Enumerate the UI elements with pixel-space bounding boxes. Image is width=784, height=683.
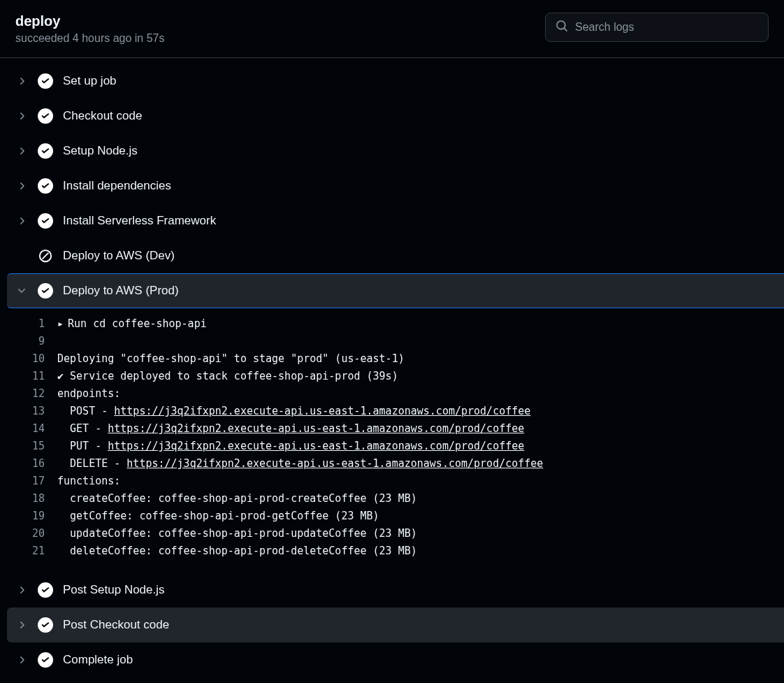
chevron-right-icon[interactable] (15, 215, 28, 227)
log-line-text: deleteCoffee: coffee-shop-api-prod-delet… (57, 542, 417, 560)
chevron-right-icon[interactable] (15, 619, 28, 631)
check-circle-icon (38, 283, 53, 299)
svg-line-6 (43, 253, 49, 259)
log-line-text: functions: (57, 473, 120, 490)
log-line-number: 19 (0, 508, 57, 525)
log-line: 9 (0, 333, 784, 350)
log-line-text: updateCoffee: coffee-shop-api-prod-updat… (57, 525, 417, 542)
log-line: 19 getCoffee: coffee-shop-api-prod-getCo… (0, 508, 784, 525)
check-circle-icon (38, 617, 53, 633)
step-row[interactable]: Install dependencies (0, 168, 784, 203)
endpoint-link[interactable]: https://j3q2ifxpn2.execute-api.us-east-1… (108, 422, 524, 435)
log-line-text: GET - https://j3q2ifxpn2.execute-api.us-… (57, 420, 524, 438)
log-line: 15 PUT - https://j3q2ifxpn2.execute-api.… (0, 438, 784, 455)
check-circle-icon (38, 178, 53, 194)
check-circle-icon (38, 108, 53, 124)
chevron-right-icon[interactable] (15, 110, 28, 122)
step-row[interactable]: Set up job (0, 64, 784, 99)
log-line: 16 DELETE - https://j3q2ifxpn2.execute-a… (0, 455, 784, 473)
log-output: 1▸Run cd coffee-shop-api910Deploying "co… (0, 308, 784, 573)
log-line-number: 16 (0, 455, 57, 473)
step-row[interactable]: Install Serverless Framework (0, 203, 784, 238)
log-line-number: 12 (0, 385, 57, 403)
step-row[interactable]: Deploy to AWS (Dev) (0, 238, 784, 273)
check-circle-icon (38, 652, 53, 668)
step-name: Deploy to AWS (Dev) (63, 249, 175, 263)
check-circle-icon (38, 582, 53, 598)
log-line-text: createCoffee: coffee-shop-api-prod-creat… (57, 490, 417, 508)
job-status-subtitle: succeeded 4 hours ago in 57s (15, 32, 164, 45)
chevron-right-icon[interactable] (15, 180, 28, 192)
header-left: deploy succeeded 4 hours ago in 57s (15, 13, 164, 45)
log-line-text: ✔ Service deployed to stack coffee-shop-… (57, 368, 398, 385)
log-line-number: 11 (0, 368, 57, 385)
log-line: 20 updateCoffee: coffee-shop-api-prod-up… (0, 525, 784, 542)
chevron-right-icon[interactable] (15, 75, 28, 87)
job-title: deploy (15, 13, 164, 29)
search-box[interactable] (545, 13, 769, 42)
step-row[interactable]: Deploy to AWS (Prod) (7, 273, 784, 308)
chevron-down-icon[interactable] (15, 285, 28, 297)
log-line: 12endpoints: (0, 385, 784, 403)
skipped-icon (38, 248, 53, 264)
chevron-right-icon[interactable] (15, 145, 28, 157)
step-row[interactable]: Post Checkout code (7, 607, 784, 642)
step-name: Set up job (63, 74, 117, 88)
step-row[interactable]: Complete job (0, 642, 784, 677)
search-icon (556, 20, 568, 35)
chevron-right-icon[interactable] (15, 654, 28, 666)
endpoint-link[interactable]: https://j3q2ifxpn2.execute-api.us-east-1… (114, 405, 530, 417)
log-line-text: POST - https://j3q2ifxpn2.execute-api.us… (57, 403, 530, 420)
step-name: Checkout code (63, 109, 142, 123)
log-line-text: DELETE - https://j3q2ifxpn2.execute-api.… (57, 455, 543, 473)
log-line-number: 14 (0, 420, 57, 438)
steps-list: Set up jobCheckout codeSetup Node.jsInst… (0, 58, 784, 677)
step-row[interactable]: Setup Node.js (0, 134, 784, 168)
search-input[interactable] (575, 21, 758, 34)
log-line-number: 18 (0, 490, 57, 508)
step-name: Install dependencies (63, 179, 171, 193)
log-line-text: endpoints: (57, 385, 120, 403)
log-line-text: getCoffee: coffee-shop-api-prod-getCoffe… (57, 508, 379, 525)
log-line-number: 13 (0, 403, 57, 420)
log-line: 21 deleteCoffee: coffee-shop-api-prod-de… (0, 542, 784, 560)
log-line-text: PUT - https://j3q2ifxpn2.execute-api.us-… (57, 438, 524, 455)
step-name: Complete job (63, 653, 133, 667)
check-circle-icon (38, 143, 53, 159)
log-line: 14 GET - https://j3q2ifxpn2.execute-api.… (0, 420, 784, 438)
header: deploy succeeded 4 hours ago in 57s (0, 0, 784, 58)
log-line: 1▸Run cd coffee-shop-api (0, 315, 784, 333)
chevron-right-icon[interactable] (15, 584, 28, 596)
log-line-number: 15 (0, 438, 57, 455)
log-line: 17functions: (0, 473, 784, 490)
log-line-text: Deploying "coffee-shop-api" to stage "pr… (57, 350, 405, 368)
log-line-text[interactable]: ▸Run cd coffee-shop-api (57, 315, 207, 333)
log-line: 11✔ Service deployed to stack coffee-sho… (0, 368, 784, 385)
log-line-number: 1 (0, 315, 57, 333)
caret-right-icon[interactable]: ▸ (57, 315, 64, 333)
log-line: 13 POST - https://j3q2ifxpn2.execute-api… (0, 403, 784, 420)
step-name: Deploy to AWS (Prod) (63, 284, 179, 298)
step-name: Setup Node.js (63, 144, 138, 158)
log-line: 18 createCoffee: coffee-shop-api-prod-cr… (0, 490, 784, 508)
log-line-number: 17 (0, 473, 57, 490)
check-circle-icon (38, 73, 53, 89)
log-line-number: 20 (0, 525, 57, 542)
check-circle-icon (38, 213, 53, 229)
step-name: Install Serverless Framework (63, 214, 216, 228)
endpoint-link[interactable]: https://j3q2ifxpn2.execute-api.us-east-1… (108, 440, 524, 452)
log-line-number: 10 (0, 350, 57, 368)
endpoint-link[interactable]: https://j3q2ifxpn2.execute-api.us-east-1… (126, 457, 543, 470)
log-line: 10Deploying "coffee-shop-api" to stage "… (0, 350, 784, 368)
step-name: Post Setup Node.js (63, 583, 165, 597)
step-row[interactable]: Post Setup Node.js (0, 573, 784, 607)
log-line-number: 21 (0, 542, 57, 560)
step-row[interactable]: Checkout code (0, 99, 784, 134)
step-name: Post Checkout code (63, 618, 169, 632)
log-line-number: 9 (0, 333, 57, 350)
